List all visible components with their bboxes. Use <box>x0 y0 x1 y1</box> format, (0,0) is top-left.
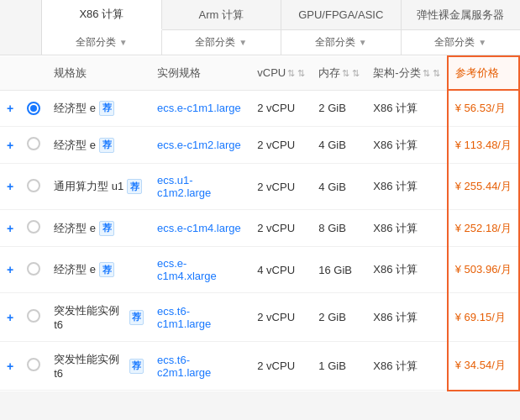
price-cell-1: ¥ 113.48/月 <box>448 127 519 164</box>
expand-icon-5[interactable]: + <box>7 311 13 324</box>
arch-select-wrap-3: 全部分类▼ <box>402 30 521 55</box>
spec-name-0[interactable]: ecs.e-c1m1.large <box>157 102 241 114</box>
arch-tabs: X86 计算Arm 计算GPU/FPGA/ASIC弹性裸金属服务器 全部分类▼全… <box>42 0 520 55</box>
radio-cell-6[interactable] <box>20 342 47 391</box>
spec-name-6[interactable]: ecs.t6-c2m1.large <box>157 354 211 379</box>
arch-select-wrap-1: 全部分类▼ <box>162 30 282 55</box>
arch-select-2[interactable]: 全部分类▼ <box>315 35 367 50</box>
recommend-tag-5[interactable]: 荐 <box>129 310 144 325</box>
expand-cell-3: + <box>0 210 20 247</box>
price-value-3: ¥ 252.18/月 <box>455 222 512 234</box>
price-value-0: ¥ 56.53/月 <box>455 102 506 114</box>
vcpu-cell-3: 2 vCPU <box>250 210 312 247</box>
spec-cell-1: ecs.e-c1m2.large <box>150 127 250 164</box>
memory-cell-1: 4 GiB <box>312 127 366 164</box>
radio-button-1[interactable] <box>27 137 40 150</box>
recommend-tag-6[interactable]: 荐 <box>129 359 144 374</box>
expand-icon-3[interactable]: + <box>7 222 13 235</box>
chevron-down-icon: ▼ <box>359 38 367 47</box>
table-row: +突发性能实例 t6荐ecs.t6-c1m1.large2 vCPU2 GiBX… <box>0 293 519 342</box>
arch-class-cell-5: X86 计算 <box>366 293 447 342</box>
radio-cell-3[interactable] <box>20 210 47 247</box>
family-cell-2: 通用算力型 u1荐 <box>47 164 150 210</box>
radio-button-4[interactable] <box>27 262 40 276</box>
col-header-vcpu[interactable]: vCPU⇅ <box>250 56 312 90</box>
recommend-tag-2[interactable]: 荐 <box>127 179 142 194</box>
price-cell-5: ¥ 69.15/月 <box>448 293 519 342</box>
vcpu-cell-4: 4 vCPU <box>250 247 312 293</box>
header-row: 规格族实例规格vCPU⇅内存⇅架构-分类⇅参考价格 <box>0 56 519 90</box>
table-wrap: 规格族实例规格vCPU⇅内存⇅架构-分类⇅参考价格 +经济型 e荐ecs.e-c… <box>0 55 520 391</box>
arch-select-3[interactable]: 全部分类▼ <box>434 35 486 50</box>
family-name-2: 通用算力型 u1 <box>54 179 123 194</box>
expand-cell-2: + <box>0 164 20 210</box>
spec-name-4[interactable]: ecs.e-c1m4.xlarge <box>157 257 217 282</box>
arch-select-1[interactable]: 全部分类▼ <box>195 35 247 50</box>
col-label-vcpu: vCPU <box>257 66 286 79</box>
recommend-tag-3[interactable]: 荐 <box>99 221 114 236</box>
family-cell-5: 突发性能实例 t6荐 <box>47 293 150 342</box>
vcpu-cell-1: 2 vCPU <box>250 127 312 164</box>
expand-icon-1[interactable]: + <box>7 139 13 152</box>
col-header-memory[interactable]: 内存⇅ <box>312 56 366 90</box>
radio-cell-1[interactable] <box>20 127 47 164</box>
expand-icon-6[interactable]: + <box>7 360 13 373</box>
radio-cell-4[interactable] <box>20 247 47 293</box>
arch-tab-arm[interactable]: Arm 计算 <box>162 0 282 29</box>
col-header-family: 规格族 <box>47 56 150 90</box>
arch-class-cell-4: X86 计算 <box>366 247 447 293</box>
memory-cell-6: 1 GiB <box>312 342 366 391</box>
arch-class-cell-2: X86 计算 <box>366 164 447 210</box>
price-cell-4: ¥ 503.96/月 <box>448 247 519 293</box>
expand-icon-0[interactable]: + <box>7 102 13 115</box>
radio-cell-2[interactable] <box>20 164 47 210</box>
expand-icon-4[interactable]: + <box>7 263 13 276</box>
arch-select-0[interactable]: 全部分类▼ <box>76 35 128 50</box>
family-cell-0: 经济型 e荐 <box>47 90 150 127</box>
arch-tabs-top: X86 计算Arm 计算GPU/FPGA/ASIC弹性裸金属服务器 <box>42 0 520 30</box>
col-header-radio <box>20 56 47 90</box>
radio-button-5[interactable] <box>27 309 40 323</box>
spec-name-1[interactable]: ecs.e-c1m2.large <box>157 139 241 151</box>
recommend-tag-4[interactable]: 荐 <box>99 262 114 277</box>
arch-selects: 全部分类▼全部分类▼全部分类▼全部分类▼ <box>42 30 520 55</box>
radio-button-0[interactable] <box>27 102 40 115</box>
spec-cell-4: ecs.e-c1m4.xlarge <box>150 247 250 293</box>
family-name-1: 经济型 e <box>54 138 96 153</box>
chevron-down-icon: ▼ <box>239 38 247 47</box>
arch-row: X86 计算Arm 计算GPU/FPGA/ASIC弹性裸金属服务器 全部分类▼全… <box>0 0 520 55</box>
arch-select-wrap-0: 全部分类▼ <box>42 30 162 55</box>
col-header-arch_class[interactable]: 架构-分类⇅ <box>366 56 447 90</box>
col-header-spec: 实例规格 <box>150 56 250 90</box>
table-row: +经济型 e荐ecs.e-c1m4.xlarge4 vCPU16 GiBX86 … <box>0 247 519 293</box>
price-cell-6: ¥ 34.54/月 <box>448 342 519 391</box>
price-value-4: ¥ 503.96/月 <box>455 263 512 276</box>
arch-tab-gpu[interactable]: GPU/FPGA/ASIC <box>281 0 402 29</box>
spec-name-2[interactable]: ecs.u1-c1m2.large <box>157 174 211 199</box>
spec-name-5[interactable]: ecs.t6-c1m1.large <box>157 305 211 330</box>
expand-cell-5: + <box>0 293 20 342</box>
spec-cell-0: ecs.e-c1m1.large <box>150 90 250 127</box>
family-cell-3: 经济型 e荐 <box>47 210 150 247</box>
expand-icon-2[interactable]: + <box>7 180 13 193</box>
expand-cell-1: + <box>0 127 20 164</box>
recommend-tag-1[interactable]: 荐 <box>99 138 114 153</box>
expand-cell-6: + <box>0 342 20 391</box>
radio-button-6[interactable] <box>27 358 40 371</box>
chevron-down-icon: ▼ <box>478 38 486 47</box>
table-row: +经济型 e荐ecs.e-c1m4.large2 vCPU8 GiBX86 计算… <box>0 210 519 247</box>
arch-class-cell-0: X86 计算 <box>366 90 447 127</box>
chevron-down-icon: ▼ <box>119 38 128 47</box>
radio-cell-5[interactable] <box>20 293 47 342</box>
radio-button-3[interactable] <box>27 220 40 234</box>
arch-class-cell-3: X86 计算 <box>366 210 447 247</box>
spec-name-3[interactable]: ecs.e-c1m4.large <box>157 222 241 234</box>
table-row: +突发性能实例 t6荐ecs.t6-c2m1.large2 vCPU1 GiBX… <box>0 342 519 391</box>
arch-tab-bare[interactable]: 弹性裸金属服务器 <box>402 0 521 29</box>
radio-button-2[interactable] <box>27 179 40 192</box>
sort-icon-vcpu: ⇅ <box>287 68 295 78</box>
table-row: +经济型 e荐ecs.e-c1m2.large2 vCPU4 GiBX86 计算… <box>0 127 519 164</box>
recommend-tag-0[interactable]: 荐 <box>99 101 114 116</box>
radio-cell-0[interactable] <box>20 90 47 127</box>
arch-tab-x86[interactable]: X86 计算 <box>42 0 162 30</box>
